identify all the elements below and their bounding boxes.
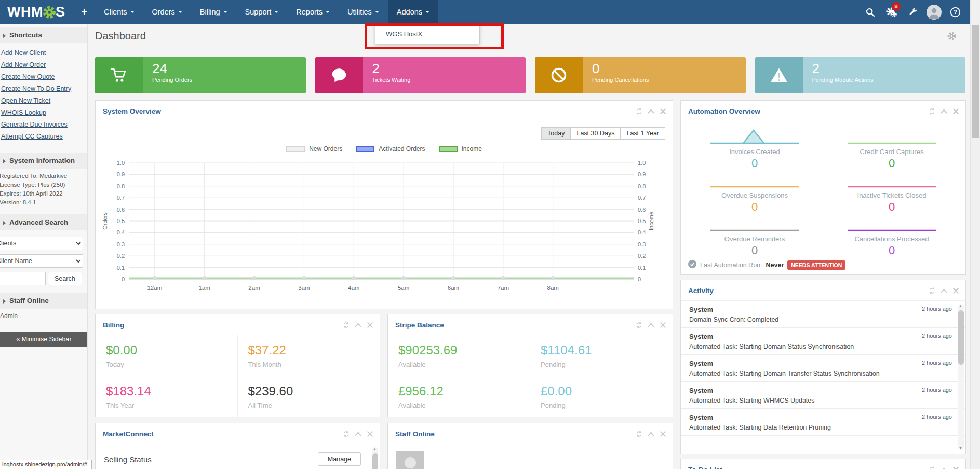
close-icon[interactable]	[660, 108, 666, 115]
system-info-line: Registered To: Medarkive	[0, 172, 88, 181]
refresh-icon[interactable]	[636, 108, 642, 115]
svg-text:5am: 5am	[398, 285, 409, 291]
sidebar-link[interactable]: Open New Ticket	[0, 94, 88, 106]
nav-item-support[interactable]: Support	[236, 0, 288, 24]
stat-label: Cancellations Processed	[834, 235, 950, 243]
sidebar-header-system-information[interactable]: System Information	[0, 153, 88, 169]
selling-status-label: Selling Status	[104, 455, 152, 464]
nav-item-reports[interactable]: Reports	[287, 0, 339, 24]
close-icon[interactable]	[952, 466, 959, 469]
stat-sparkline	[696, 215, 813, 234]
system-info-line: Version: 8.4.1	[0, 198, 88, 207]
ban-icon	[535, 57, 583, 93]
stat-value: 0	[834, 157, 950, 170]
user-avatar[interactable]	[923, 0, 945, 24]
nav-item-clients[interactable]: Clients	[95, 0, 143, 24]
range-button-last-1-year[interactable]: Last 1 Year	[620, 127, 665, 140]
stat-label: Overdue Suspensions	[696, 191, 813, 199]
stat-sparkline	[696, 171, 813, 190]
collapse-icon[interactable]	[941, 467, 947, 469]
collapse-icon[interactable]	[355, 431, 361, 436]
page-scrollbar[interactable]	[970, 0, 980, 469]
sidebar-link[interactable]: Create New To-Do Entry	[0, 82, 88, 94]
legend-label: New Orders	[309, 145, 342, 153]
refresh-icon[interactable]	[343, 431, 350, 437]
sidebar-link[interactable]: WHOIS Lookup	[0, 106, 88, 118]
collapse-icon[interactable]	[355, 322, 361, 327]
stat-card-tickets-waiting[interactable]: 2Tickets Waiting	[315, 57, 526, 93]
sidebar-link[interactable]: Add New Client	[0, 47, 88, 59]
refresh-icon[interactable]	[929, 108, 935, 115]
refresh-icon[interactable]	[636, 322, 642, 328]
nav-item-add-shortcut[interactable]: +	[74, 0, 96, 24]
activity-text: Automated Task: Starting Data Retention …	[689, 424, 952, 431]
activity-scrollbar[interactable]: ▲▼	[958, 304, 964, 450]
stripe-cell: £0.00Pending	[530, 376, 673, 417]
stat-card-body: 0Pending Cancellations	[583, 57, 746, 93]
collapse-icon[interactable]	[648, 322, 654, 327]
nav-item-billing[interactable]: Billing	[191, 0, 236, 24]
page-scrollbar-thumb[interactable]	[972, 25, 979, 138]
sidebar-search-button[interactable]: Search	[48, 272, 82, 285]
collapse-icon[interactable]	[941, 108, 947, 114]
caret-down-icon	[223, 11, 227, 13]
svg-text:0.7: 0.7	[117, 195, 125, 201]
last-automation-label: Last Automation Run:	[700, 261, 762, 269]
refresh-icon[interactable]	[343, 322, 350, 328]
stat-card-pending-orders[interactable]: 24Pending Orders	[95, 57, 306, 93]
svg-text:0.8: 0.8	[638, 183, 646, 189]
refresh-icon[interactable]	[929, 287, 935, 294]
stat-label: Credit Card Captures	[834, 148, 950, 156]
range-button-today[interactable]: Today	[541, 127, 571, 140]
wrench-icon[interactable]	[902, 0, 923, 24]
panel-title: System Overview	[103, 107, 161, 115]
nav-item-orders[interactable]: Orders	[143, 0, 191, 24]
search-icon[interactable]	[860, 0, 881, 24]
nav-item-utilities[interactable]: Utilities	[339, 0, 388, 24]
whmcs-logo[interactable]: WHM S	[0, 0, 74, 24]
close-icon[interactable]	[952, 287, 959, 294]
close-icon[interactable]	[660, 431, 666, 437]
close-icon[interactable]	[952, 108, 959, 115]
refresh-icon[interactable]	[929, 466, 935, 469]
automation-status-icon[interactable]: ✕	[881, 0, 902, 24]
nav-item-label: Reports	[296, 8, 323, 16]
sidebar-header-advanced-search[interactable]: Advanced Search	[0, 214, 88, 230]
dropdown-item-wgs-hostx[interactable]: WGS HostX	[375, 27, 479, 41]
caret-down-icon	[375, 11, 379, 13]
dashboard-settings-gear-icon[interactable]	[947, 31, 957, 43]
sidebar-search-input[interactable]	[0, 272, 46, 285]
collapse-icon[interactable]	[941, 288, 947, 293]
close-icon[interactable]	[367, 431, 373, 437]
sidebar-link[interactable]: Add New Order	[0, 59, 88, 71]
needs-attention-badge[interactable]: NEEDS ATTENTION	[787, 260, 845, 270]
manage-button[interactable]: Manage	[318, 452, 361, 466]
collapse-icon[interactable]	[648, 431, 654, 436]
sidebar-link[interactable]: Generate Due Invoices	[0, 118, 88, 130]
sidebar-header-staff-online[interactable]: Staff Online	[0, 293, 88, 309]
search-type-select[interactable]: Clients	[0, 237, 83, 250]
panel-title: Automation Overview	[688, 107, 760, 115]
activity-text: Domain Sync Cron: Completed	[689, 316, 952, 323]
stat-card-pending-cancellations[interactable]: 0Pending Cancellations	[535, 57, 746, 93]
nav-item-addons[interactable]: Addons	[388, 0, 438, 24]
stat-card-pending-module-actions[interactable]: 2Pending Module Actions	[755, 57, 966, 93]
caret-down-icon	[274, 11, 278, 13]
stat-card-value: 2	[372, 61, 526, 76]
help-icon[interactable]: ?	[945, 0, 966, 24]
sidebar-header-shortcuts[interactable]: Shortcuts	[0, 27, 88, 43]
range-button-last-30-days[interactable]: Last 30 Days	[570, 127, 621, 140]
search-field-select[interactable]: Client Name	[0, 254, 83, 268]
close-icon[interactable]	[660, 322, 666, 328]
legend-label: Activated Orders	[379, 145, 425, 153]
refresh-icon[interactable]	[636, 431, 642, 437]
sidebar-link[interactable]: Attempt CC Captures	[0, 130, 88, 142]
sidebar-link[interactable]: Create New Quote	[0, 71, 88, 82]
panel-header: Staff Online	[388, 423, 673, 444]
caret-down-icon	[425, 11, 429, 13]
collapse-icon[interactable]	[648, 108, 654, 114]
marketconnect-scrollbar[interactable]: ▲	[372, 447, 378, 469]
close-icon[interactable]	[367, 322, 373, 328]
billing-cell: $37.22This Month	[238, 335, 380, 376]
minimise-sidebar-button[interactable]: « Minimise Sidebar	[0, 332, 88, 347]
